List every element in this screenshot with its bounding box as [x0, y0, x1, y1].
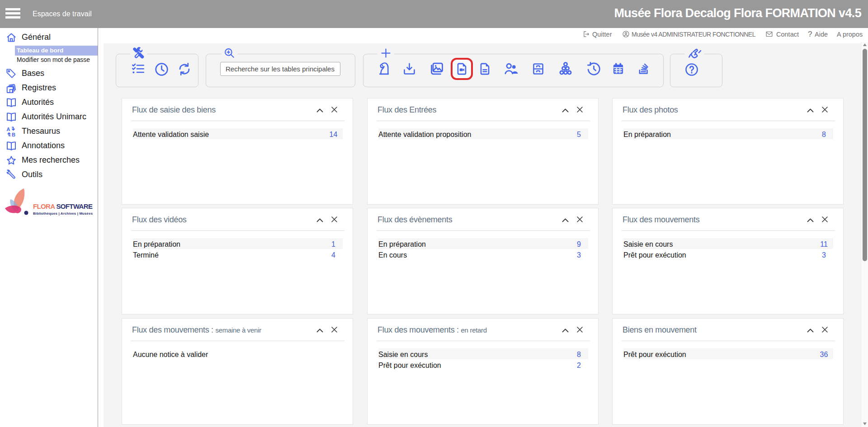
svg-text:A: A	[7, 127, 10, 132]
svg-text:FLORA SOFTWARE: FLORA SOFTWARE	[33, 202, 93, 210]
svg-text:B: B	[12, 132, 15, 137]
svg-text:Bibliothèques | Archives | Mus: Bibliothèques | Archives | Musées	[33, 211, 93, 216]
